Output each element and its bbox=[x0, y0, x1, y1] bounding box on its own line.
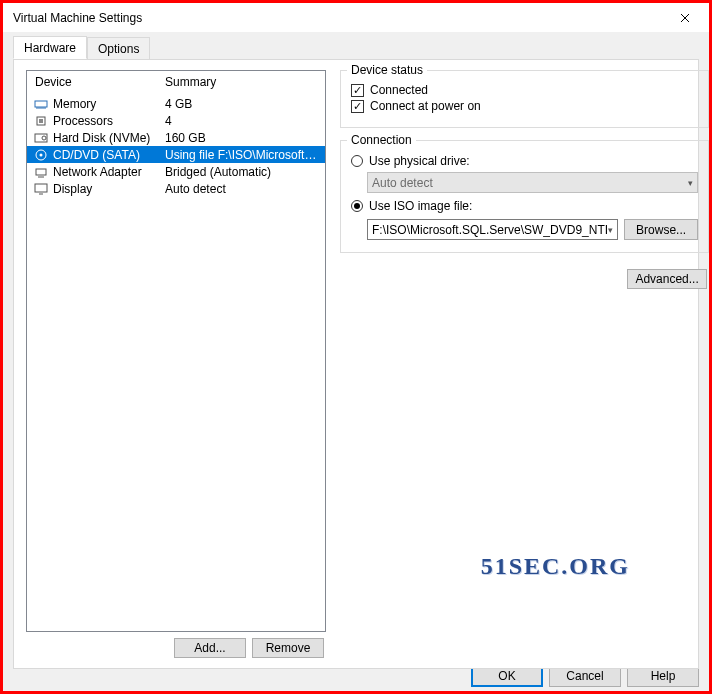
tab-row: Hardware Options bbox=[13, 38, 699, 60]
device-row[interactable]: CD/DVD (SATA)Using file F:\ISO\Microsoft… bbox=[27, 146, 325, 163]
power-on-label: Connect at power on bbox=[370, 99, 481, 113]
connection-legend: Connection bbox=[347, 133, 416, 147]
connected-row[interactable]: Connected bbox=[351, 83, 698, 97]
chevron-down-icon: ▾ bbox=[688, 178, 693, 188]
device-panel: Device Summary Memory4 GBProcessors4Hard… bbox=[26, 70, 326, 658]
svg-rect-8 bbox=[35, 184, 47, 192]
device-row[interactable]: Processors4 bbox=[27, 112, 325, 129]
device-name: CD/DVD (SATA) bbox=[53, 148, 165, 162]
network-icon bbox=[33, 165, 49, 179]
power-on-checkbox[interactable] bbox=[351, 100, 364, 113]
iso-file-label: Use ISO image file: bbox=[369, 199, 472, 213]
dialog-body: Hardware Options Device Summary Memory4 … bbox=[3, 32, 709, 691]
device-name: Network Adapter bbox=[53, 165, 165, 179]
iso-file-value: F:\ISO\Microsoft.SQL.Serve\SW_DVD9_NTI bbox=[372, 223, 608, 237]
window-frame: Virtual Machine Settings Hardware Option… bbox=[0, 0, 712, 694]
power-on-row[interactable]: Connect at power on bbox=[351, 99, 698, 113]
col-device-label: Device bbox=[35, 75, 165, 89]
iso-file-row[interactable]: Use ISO image file: bbox=[351, 199, 698, 213]
remove-button[interactable]: Remove bbox=[252, 638, 324, 658]
svg-rect-7 bbox=[36, 169, 46, 175]
device-row[interactable]: Network AdapterBridged (Automatic) bbox=[27, 163, 325, 180]
browse-button[interactable]: Browse... bbox=[624, 219, 698, 240]
device-list-header: Device Summary bbox=[27, 71, 325, 95]
device-summary: Bridged (Automatic) bbox=[165, 165, 319, 179]
device-summary: Auto detect bbox=[165, 182, 319, 196]
connection-group: Connection Use physical drive: Auto dete… bbox=[340, 140, 709, 253]
device-name: Memory bbox=[53, 97, 165, 111]
cd-icon bbox=[33, 148, 49, 162]
physical-drive-row[interactable]: Use physical drive: bbox=[351, 154, 698, 168]
device-button-row: Add... Remove bbox=[26, 632, 326, 658]
tab-content: Device Summary Memory4 GBProcessors4Hard… bbox=[13, 59, 699, 669]
window-title: Virtual Machine Settings bbox=[13, 11, 142, 25]
tab-options[interactable]: Options bbox=[87, 37, 150, 59]
device-summary: 160 GB bbox=[165, 131, 319, 145]
device-list[interactable]: Device Summary Memory4 GBProcessors4Hard… bbox=[26, 70, 326, 632]
disk-icon bbox=[33, 131, 49, 145]
device-summary: 4 bbox=[165, 114, 319, 128]
col-summary-label: Summary bbox=[165, 75, 317, 89]
device-status-legend: Device status bbox=[347, 63, 427, 77]
connected-label: Connected bbox=[370, 83, 428, 97]
iso-file-combo[interactable]: F:\ISO\Microsoft.SQL.Serve\SW_DVD9_NTI ▾ bbox=[367, 219, 618, 240]
close-icon bbox=[680, 13, 690, 23]
physical-drive-radio[interactable] bbox=[351, 155, 363, 167]
svg-point-4 bbox=[42, 136, 46, 140]
physical-drive-combo: Auto detect ▾ bbox=[367, 172, 698, 193]
close-button[interactable] bbox=[663, 3, 707, 32]
cpu-icon bbox=[33, 114, 49, 128]
device-row[interactable]: Hard Disk (NVMe)160 GB bbox=[27, 129, 325, 146]
iso-file-radio[interactable] bbox=[351, 200, 363, 212]
device-name: Display bbox=[53, 182, 165, 196]
physical-drive-label: Use physical drive: bbox=[369, 154, 470, 168]
device-row[interactable]: Memory4 GB bbox=[27, 95, 325, 112]
svg-point-6 bbox=[40, 153, 43, 156]
device-row[interactable]: DisplayAuto detect bbox=[27, 180, 325, 197]
tab-hardware[interactable]: Hardware bbox=[13, 36, 87, 59]
device-name: Hard Disk (NVMe) bbox=[53, 131, 165, 145]
chevron-down-icon[interactable]: ▾ bbox=[608, 225, 613, 235]
settings-panel: Device status Connected Connect at power… bbox=[340, 70, 709, 658]
physical-drive-value: Auto detect bbox=[372, 176, 433, 190]
svg-rect-2 bbox=[39, 119, 43, 123]
device-status-group: Device status Connected Connect at power… bbox=[340, 70, 709, 128]
add-button[interactable]: Add... bbox=[174, 638, 246, 658]
advanced-button[interactable]: Advanced... bbox=[627, 269, 707, 289]
connected-checkbox[interactable] bbox=[351, 84, 364, 97]
display-icon bbox=[33, 182, 49, 196]
svg-rect-3 bbox=[35, 134, 47, 142]
memory-icon bbox=[33, 97, 49, 111]
title-bar: Virtual Machine Settings bbox=[3, 3, 709, 32]
advanced-row: Advanced... bbox=[340, 265, 709, 293]
svg-rect-0 bbox=[35, 101, 47, 107]
device-summary: Using file F:\ISO\Microsoft.S... bbox=[165, 148, 319, 162]
device-summary: 4 GB bbox=[165, 97, 319, 111]
device-name: Processors bbox=[53, 114, 165, 128]
